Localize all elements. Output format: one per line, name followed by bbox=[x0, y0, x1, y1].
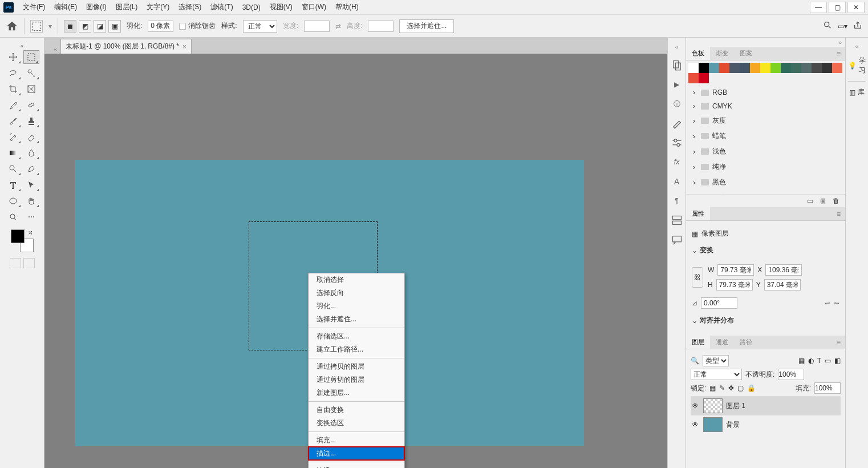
select-and-mask-button[interactable]: 选择并遮住... bbox=[399, 19, 454, 33]
layer-row-1[interactable]: 👁 图层 1 bbox=[691, 396, 841, 415]
context-menu-item[interactable]: 描边... bbox=[309, 447, 404, 460]
color-swatches[interactable]: ⤭ bbox=[11, 229, 34, 252]
menu-layer[interactable]: 图层(L) bbox=[111, 0, 143, 14]
layers-strip-icon[interactable] bbox=[671, 59, 683, 71]
opacity-input[interactable] bbox=[778, 369, 804, 380]
close-tab-icon[interactable]: × bbox=[182, 43, 186, 51]
foreground-color[interactable] bbox=[11, 229, 25, 243]
frame-tool[interactable] bbox=[23, 82, 39, 96]
swatch[interactable] bbox=[699, 63, 709, 73]
menu-3d[interactable]: 3D(D) bbox=[238, 0, 265, 14]
swatch[interactable] bbox=[719, 63, 729, 73]
move-tool[interactable] bbox=[5, 50, 21, 64]
style-select[interactable]: 正常 bbox=[243, 20, 277, 33]
panel-menu-icon[interactable]: ≡ bbox=[832, 50, 845, 58]
collapse-tools-icon[interactable]: « bbox=[17, 41, 27, 50]
filter-adjust-icon[interactable]: ◐ bbox=[808, 357, 814, 365]
lock-pixels-icon[interactable]: ▦ bbox=[709, 384, 716, 392]
menu-view[interactable]: 视图(V) bbox=[265, 0, 297, 14]
menu-window[interactable]: 窗口(W) bbox=[297, 0, 331, 14]
filter-type-icon[interactable]: T bbox=[817, 357, 821, 365]
new-group-icon[interactable]: ▭ bbox=[807, 197, 813, 205]
swatch[interactable] bbox=[770, 63, 781, 73]
selection-new-icon[interactable]: ◼ bbox=[64, 20, 76, 33]
swatch[interactable] bbox=[812, 63, 822, 73]
adjust-strip-icon[interactable] bbox=[671, 137, 683, 148]
swatch-folder[interactable]: ›较暗 bbox=[686, 190, 845, 194]
tab-properties[interactable]: 属性 bbox=[686, 207, 710, 220]
swatch[interactable] bbox=[729, 63, 740, 73]
window-maximize-button[interactable]: ▢ bbox=[829, 2, 846, 13]
selection-add-icon[interactable]: ◩ bbox=[79, 20, 91, 33]
selection-intersect-icon[interactable]: ▣ bbox=[108, 20, 121, 33]
context-menu-item[interactable]: 建立工作路径... bbox=[309, 343, 404, 356]
selection-subtract-icon[interactable]: ◪ bbox=[94, 20, 106, 33]
comment-strip-icon[interactable] bbox=[671, 234, 683, 245]
blend-mode-select[interactable]: 正常 bbox=[691, 369, 742, 380]
delete-swatch-icon[interactable]: 🗑 bbox=[833, 197, 839, 205]
swatch[interactable] bbox=[781, 63, 791, 73]
blur-tool[interactable] bbox=[23, 146, 39, 160]
eyedropper-tool[interactable] bbox=[5, 98, 21, 112]
link-wh-icon[interactable]: ⛓ bbox=[692, 267, 703, 288]
context-menu-item[interactable]: 羽化... bbox=[309, 300, 404, 313]
crop-tool[interactable] bbox=[5, 82, 21, 96]
lasso-tool[interactable] bbox=[5, 66, 21, 80]
flip-v-icon[interactable]: ⥊ bbox=[834, 299, 839, 307]
menu-help[interactable]: 帮助(H) bbox=[331, 0, 363, 14]
tab-swatches[interactable]: 色板 bbox=[686, 47, 710, 60]
feather-input[interactable] bbox=[148, 21, 173, 32]
hand-tool[interactable] bbox=[23, 194, 39, 208]
prop-menu-icon[interactable]: ≡ bbox=[832, 210, 845, 218]
healing-tool[interactable] bbox=[23, 98, 39, 112]
tab-paths[interactable]: 路径 bbox=[734, 336, 758, 349]
swatch[interactable] bbox=[760, 63, 770, 73]
width-field[interactable] bbox=[717, 264, 754, 276]
brush-strip-icon[interactable] bbox=[671, 118, 683, 129]
window-close-button[interactable]: ✕ bbox=[847, 2, 865, 13]
new-swatch-icon[interactable]: ⊞ bbox=[820, 197, 826, 205]
layer-filter-select[interactable]: 类型 bbox=[703, 355, 729, 366]
menu-edit[interactable]: 编辑(E) bbox=[50, 0, 82, 14]
canvas-viewport[interactable]: 取消选择选择反向羽化...选择并遮住...存储选区...建立工作路径...通过拷… bbox=[44, 54, 667, 468]
dodge-tool[interactable] bbox=[5, 162, 21, 176]
tabbar-collapse-icon[interactable]: « bbox=[50, 45, 60, 54]
swatch-folder[interactable]: ›RGB bbox=[686, 86, 845, 99]
tab-pattern[interactable]: 图案 bbox=[734, 47, 758, 60]
marquee-tool-icon[interactable] bbox=[30, 20, 43, 33]
swatch[interactable] bbox=[688, 73, 699, 83]
angle-field[interactable] bbox=[701, 297, 737, 309]
swatch-folder[interactable]: ›浅色 bbox=[686, 144, 845, 159]
flip-h-icon[interactable]: ⥋ bbox=[825, 299, 830, 307]
brush-tool[interactable] bbox=[5, 114, 21, 128]
context-menu-item[interactable]: 存储选区... bbox=[309, 330, 404, 343]
layer-thumbnail[interactable] bbox=[703, 398, 723, 413]
lock-all-icon[interactable]: 🔒 bbox=[747, 384, 756, 392]
hist-strip-icon[interactable] bbox=[671, 215, 683, 226]
tab-channels[interactable]: 通道 bbox=[710, 336, 734, 349]
rightstrip-collapse-icon[interactable]: « bbox=[851, 42, 862, 51]
marquee-tool[interactable] bbox=[23, 50, 39, 64]
layer-row-bg[interactable]: 👁 背景 bbox=[691, 415, 841, 434]
info-strip-icon[interactable]: ⓘ bbox=[671, 98, 683, 110]
swatch-folder[interactable]: ›灰度 bbox=[686, 113, 845, 128]
swatch[interactable] bbox=[699, 73, 709, 83]
stamp-tool[interactable] bbox=[23, 114, 39, 128]
menu-text[interactable]: 文字(Y) bbox=[142, 0, 174, 14]
eraser-tool[interactable] bbox=[23, 130, 39, 144]
menu-image[interactable]: 图像(I) bbox=[82, 0, 111, 14]
window-minimize-button[interactable]: — bbox=[810, 2, 827, 13]
swatch[interactable] bbox=[822, 63, 832, 73]
swatch[interactable] bbox=[709, 63, 719, 73]
menu-file[interactable]: 文件(F) bbox=[18, 0, 50, 14]
context-menu-item[interactable]: 波浪 bbox=[309, 464, 404, 468]
learn-button[interactable]: 💡学习 bbox=[848, 56, 866, 75]
layers-menu-icon[interactable]: ≡ bbox=[832, 338, 845, 346]
document-tab[interactable]: 未标题-1 @ 100% (图层 1, RGB/8#) * × bbox=[60, 39, 192, 54]
fill-input[interactable] bbox=[814, 382, 841, 394]
tab-gradient[interactable]: 渐变 bbox=[710, 47, 734, 60]
home-icon[interactable] bbox=[6, 20, 18, 33]
visibility-icon[interactable]: 👁 bbox=[691, 402, 700, 410]
para-strip-icon[interactable]: ¶ bbox=[671, 195, 683, 207]
filter-shape-icon[interactable]: ▭ bbox=[825, 357, 831, 365]
